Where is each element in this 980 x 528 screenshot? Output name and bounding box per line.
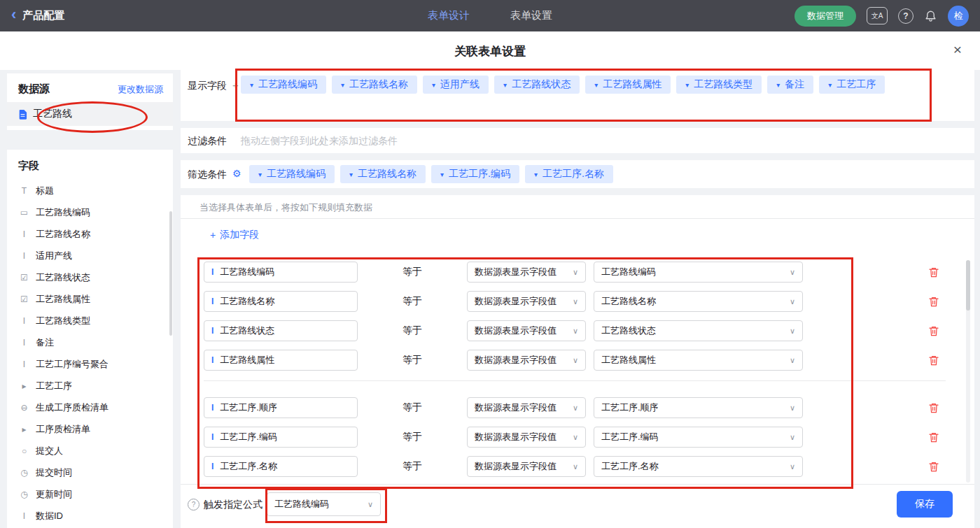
sidebar-field-item[interactable]: ☑工艺路线属性 bbox=[7, 288, 173, 310]
sidebar-field-item[interactable]: I备注 bbox=[7, 331, 173, 353]
delete-icon[interactable] bbox=[928, 325, 939, 337]
trigger-formula-select[interactable]: 工艺路线编码 ∨ bbox=[267, 492, 381, 516]
chevron-down-icon: ∨ bbox=[573, 327, 578, 336]
field-tag[interactable]: ▾备注 bbox=[767, 76, 813, 94]
delete-icon[interactable] bbox=[928, 266, 939, 278]
add-display-field-icon[interactable]: + bbox=[232, 79, 239, 91]
field-tag[interactable]: ▾工艺路线属性 bbox=[585, 76, 671, 94]
field-tag[interactable]: ▾适用产线 bbox=[423, 76, 489, 94]
value-select-value: 工艺路线编码 bbox=[601, 266, 656, 278]
fields-panel: 字段 T标题▭工艺路线编码I工艺路线名称I适用产线☑工艺路线状态☑工艺路线属性I… bbox=[7, 150, 173, 528]
sidebar-field-item[interactable]: ◷更新时间 bbox=[7, 483, 173, 505]
sidebar-field-item[interactable]: ▸工艺工序 bbox=[7, 375, 173, 397]
help-icon[interactable]: ? bbox=[898, 8, 913, 24]
value-select[interactable]: 工艺工序.编码∨ bbox=[594, 427, 803, 448]
sidebar-field-label: 更新时间 bbox=[36, 488, 72, 501]
field-tag[interactable]: ▾工艺路线状态 bbox=[494, 76, 580, 94]
display-tags: ▾工艺路线编码▾工艺路线名称▾适用产线▾工艺路线状态▾工艺路线属性▾工艺路线类型… bbox=[241, 76, 892, 94]
sidebar-field-item[interactable]: T标题 bbox=[7, 180, 173, 201]
sidebar-field-item[interactable]: ○提交人 bbox=[7, 440, 173, 462]
avatar[interactable]: 检 bbox=[948, 6, 969, 27]
trigger-formula-label: 触发指定公式 bbox=[204, 499, 262, 511]
source-select[interactable]: 数据源表显示字段值∨ bbox=[467, 320, 586, 341]
rule-field-box[interactable]: I工艺路线属性 bbox=[204, 350, 358, 371]
sidebar-field-item[interactable]: ▸工序质检清单 bbox=[7, 418, 173, 440]
source-select[interactable]: 数据源表显示字段值∨ bbox=[467, 427, 586, 448]
sidebar-field-item[interactable]: ◷提交时间 bbox=[7, 462, 173, 483]
help-circle-icon[interactable]: ? bbox=[188, 499, 200, 511]
translate-icon[interactable]: 文A bbox=[867, 7, 888, 24]
delete-icon[interactable] bbox=[928, 461, 939, 473]
source-select[interactable]: 数据源表显示字段值∨ bbox=[467, 456, 586, 477]
field-tag[interactable]: ▾工艺路线名称 bbox=[332, 76, 417, 94]
caret-down-icon: ▾ bbox=[349, 171, 353, 178]
change-datasource-link[interactable]: 更改数据源 bbox=[118, 83, 163, 96]
rules-scrollbar[interactable] bbox=[966, 260, 970, 311]
tab-form-design[interactable]: 表单设计 bbox=[428, 9, 470, 22]
delete-icon[interactable] bbox=[928, 355, 939, 366]
tab-form-settings[interactable]: 表单设置 bbox=[510, 9, 552, 22]
source-select[interactable]: 数据源表显示字段值∨ bbox=[467, 262, 586, 283]
document-icon bbox=[18, 109, 27, 120]
text-icon: I bbox=[19, 338, 29, 348]
caret-down-icon: ▾ bbox=[341, 81, 344, 89]
rule-field-box[interactable]: I工艺路线名称 bbox=[204, 291, 358, 312]
value-select[interactable]: 工艺工序.顺序∨ bbox=[594, 397, 803, 418]
value-select[interactable]: 工艺工序.名称∨ bbox=[594, 456, 803, 477]
sidebar-field-item[interactable]: I工艺路线名称 bbox=[7, 223, 173, 245]
field-tag[interactable]: ▾工艺路线编码 bbox=[241, 76, 326, 94]
topbar-actions: 数据管理 文A ? 检 bbox=[794, 6, 969, 27]
source-select[interactable]: 数据源表显示字段值∨ bbox=[467, 350, 586, 371]
sidebar-field-item[interactable]: I适用产线 bbox=[7, 245, 173, 266]
delete-icon[interactable] bbox=[928, 402, 939, 414]
rule-field-box[interactable]: I工艺路线编码 bbox=[204, 262, 358, 283]
chevron-down-icon: ∨ bbox=[573, 356, 578, 365]
equals-label: 等于 bbox=[402, 431, 422, 443]
delete-icon[interactable] bbox=[928, 296, 939, 308]
chevron-down-icon: ∨ bbox=[573, 433, 578, 442]
field-tag[interactable]: ▾工艺路线编码 bbox=[249, 165, 335, 183]
sidebar-field-item[interactable]: I工艺路线类型 bbox=[7, 310, 173, 331]
field-tag[interactable]: ▾工艺路线类型 bbox=[676, 76, 762, 94]
sidebar-field-item[interactable]: I数据ID bbox=[7, 505, 173, 527]
rule-field-label: 工艺路线属性 bbox=[220, 354, 274, 366]
sidebar-field-item[interactable]: ⊖生成工序质检清单 bbox=[7, 397, 173, 418]
rule-field-box[interactable]: I工艺工序.名称 bbox=[204, 456, 358, 477]
field-tag[interactable]: ▾工艺工序.编码 bbox=[431, 165, 519, 183]
delete-icon[interactable] bbox=[928, 431, 939, 443]
sidebar-field-item[interactable]: ▭工艺路线编码 bbox=[7, 201, 173, 223]
notification-bell-icon[interactable] bbox=[924, 9, 937, 23]
sidebar-field-label: 工艺路线属性 bbox=[36, 293, 90, 306]
rule-field-box[interactable]: I工艺工序.编码 bbox=[204, 427, 358, 448]
save-button[interactable]: 保存 bbox=[897, 491, 953, 518]
source-select[interactable]: 数据源表显示字段值∨ bbox=[467, 291, 586, 312]
close-icon[interactable]: × bbox=[953, 42, 962, 57]
value-select[interactable]: 工艺路线名称∨ bbox=[594, 291, 803, 312]
value-select-value: 工艺路线名称 bbox=[601, 295, 656, 308]
rule-field-label: 工艺工序.编码 bbox=[220, 431, 277, 443]
field-tag[interactable]: ▾工艺工序 bbox=[819, 76, 885, 94]
sidebar-field-item[interactable]: I工艺工序编号聚合 bbox=[7, 353, 173, 375]
value-select[interactable]: 工艺路线编码∨ bbox=[594, 262, 803, 283]
data-manage-button[interactable]: 数据管理 bbox=[794, 6, 856, 27]
sidebar-field-label: 工艺路线编码 bbox=[36, 206, 90, 219]
chevron-down-icon: ∨ bbox=[573, 297, 578, 306]
datasource-item[interactable]: 工艺路线 bbox=[7, 102, 173, 126]
chevron-down-icon: ∨ bbox=[368, 500, 373, 509]
sidebar-scrollbar[interactable] bbox=[169, 211, 172, 336]
gear-icon[interactable]: ⚙ bbox=[232, 168, 241, 179]
back-button[interactable]: ‹ 产品配置 bbox=[11, 9, 64, 22]
rule-field-box[interactable]: I工艺路线状态 bbox=[204, 320, 358, 341]
field-tag[interactable]: ▾工艺路线名称 bbox=[340, 165, 426, 183]
display-fields-label: 显示字段 bbox=[188, 80, 227, 92]
source-select[interactable]: 数据源表显示字段值∨ bbox=[467, 397, 586, 418]
equals-label: 等于 bbox=[402, 401, 422, 414]
text-icon: I bbox=[211, 297, 214, 306]
field-tag[interactable]: ▾工艺工序.名称 bbox=[525, 165, 613, 183]
add-field-button[interactable]: + 添加字段 bbox=[210, 229, 259, 241]
rule-field-box[interactable]: I工艺工序.顺序 bbox=[204, 397, 358, 418]
back-label: 产品配置 bbox=[22, 9, 64, 22]
value-select[interactable]: 工艺路线属性∨ bbox=[594, 350, 803, 371]
value-select[interactable]: 工艺路线状态∨ bbox=[594, 320, 803, 341]
sidebar-field-item[interactable]: ☑工艺路线状态 bbox=[7, 266, 173, 288]
